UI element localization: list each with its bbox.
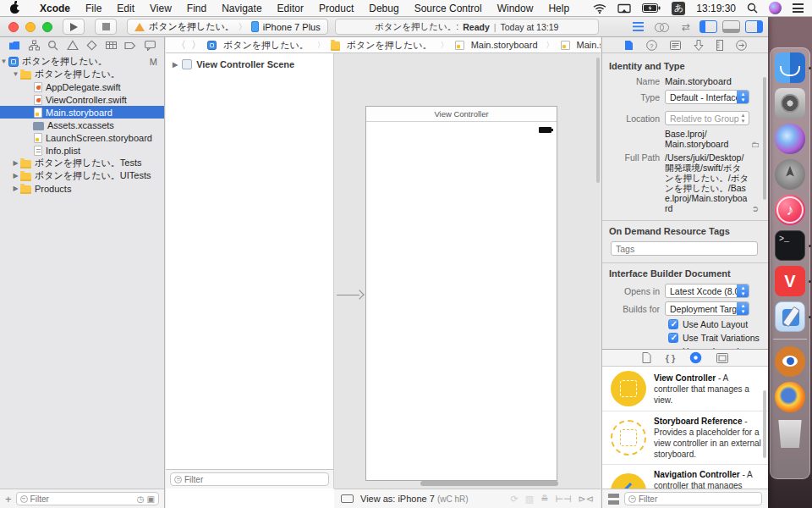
breadcrumb-group[interactable]: ボタンを押したい。 [330, 39, 448, 52]
zoom-window-button[interactable] [42, 22, 52, 32]
dock-icon-xcode[interactable] [773, 300, 807, 334]
tab-attributes-inspector[interactable] [694, 40, 704, 51]
menu-find[interactable]: Find [179, 3, 214, 14]
tree-row-group[interactable]: ▼ ボタンを押したい。 [0, 68, 164, 80]
tree-row-viewcontroller[interactable]: ViewController.swift [0, 93, 164, 106]
tree-row-assets[interactable]: Assets.xcassets [0, 119, 164, 131]
tree-row-appdelegate[interactable]: AppDelegate.swift [0, 80, 164, 93]
tab-project-navigator[interactable] [8, 40, 20, 51]
add-constraints-icon[interactable]: ⊢⊣ [555, 494, 571, 505]
menu-debug[interactable]: Debug [361, 3, 406, 14]
stop-button[interactable] [95, 19, 117, 35]
tab-debug-navigator[interactable] [106, 40, 117, 51]
tab-identity-inspector[interactable] [670, 41, 681, 50]
tree-row-infoplist[interactable]: Info.plist [0, 144, 164, 157]
tab-issue-navigator[interactable] [67, 40, 79, 51]
horizontal-scrollbar[interactable] [420, 481, 558, 486]
minimize-window-button[interactable] [25, 22, 36, 32]
standard-editor-button[interactable] [628, 20, 647, 34]
menu-editor[interactable]: Editor [270, 3, 311, 14]
tree-row-uitests[interactable]: ▶ ボタンを押したい。UITests [0, 169, 164, 182]
storyboard-canvas[interactable]: View Controller [334, 53, 601, 489]
dock-icon-trash[interactable] [773, 416, 807, 450]
add-button[interactable]: + [5, 493, 12, 505]
display-mirroring-icon[interactable] [617, 3, 631, 14]
navigator-filter-input[interactable] [30, 494, 134, 504]
tab-breakpoint-navigator[interactable] [124, 41, 136, 51]
tree-row-products[interactable]: ▶ Products [0, 182, 164, 195]
menu-source-control[interactable]: Source Control [407, 3, 490, 14]
menu-bar-clock[interactable]: 13:19:30 [696, 3, 736, 14]
input-source-icon[interactable]: あ [672, 2, 685, 15]
library-item-storyboard-reference[interactable]: Storyboard Reference - Provides a placeh… [602, 411, 768, 465]
type-dropdown[interactable]: Default - Interface Buil... ▲▼ [665, 90, 749, 104]
tags-input[interactable] [616, 244, 753, 254]
menu-window[interactable]: Window [490, 3, 541, 14]
view-controller-frame[interactable]: View Controller [365, 106, 557, 481]
spotlight-search-icon[interactable] [747, 3, 758, 14]
disclosure-closed-icon[interactable]: ▶ [12, 172, 19, 179]
disclosure-closed-icon[interactable]: ▶ [173, 61, 178, 69]
dock-icon-terminal[interactable]: >_ [773, 229, 807, 262]
checkbox-checked[interactable] [668, 319, 678, 329]
tab-report-navigator[interactable] [145, 40, 156, 51]
breadcrumb-storyboard[interactable]: Main.storyboard [453, 40, 554, 51]
auto-layout-row[interactable]: Use Auto Layout [668, 319, 761, 329]
tab-find-navigator[interactable] [47, 40, 58, 51]
disclosure-closed-icon[interactable]: ▶ [12, 185, 19, 192]
library-filter-input[interactable] [639, 494, 758, 504]
siri-menu-icon[interactable] [769, 2, 782, 14]
update-frames-icon[interactable]: ⟳ [511, 494, 518, 505]
tree-row-tests[interactable]: ▶ ボタンを押したい。Tests [0, 157, 164, 169]
toggle-debug-area-button[interactable] [722, 20, 740, 33]
resolve-autolayout-icon[interactable]: ⊳⊲ [579, 494, 594, 505]
dock-icon-itunes[interactable]: ♪ [773, 193, 807, 227]
dock-icon-siri[interactable] [773, 122, 807, 156]
library-scrollbar[interactable] [763, 390, 766, 458]
outline-filter-input[interactable] [184, 475, 325, 484]
forward-button[interactable]: 〉 [191, 38, 201, 52]
toggle-navigator-button[interactable] [700, 20, 717, 33]
menu-help[interactable]: Help [540, 3, 577, 14]
tab-symbol-navigator[interactable] [29, 40, 40, 51]
breadcrumb-storyboard-base[interactable]: Main.storyboard (Base) [559, 40, 601, 51]
notification-center-icon[interactable] [793, 3, 804, 13]
outline-filter-field[interactable] [170, 472, 329, 486]
assistant-editor-button[interactable] [652, 20, 671, 34]
source-control-filter-icon[interactable]: ▣ [147, 494, 155, 504]
opens-in-dropdown[interactable]: Latest Xcode (8.0) ▲▼ [665, 284, 749, 298]
device-configuration-icon[interactable] [341, 494, 354, 503]
reveal-arrow-icon[interactable]: ➲ [749, 204, 761, 213]
library-filter-field[interactable] [624, 492, 762, 505]
recents-clock-icon[interactable]: ◷ [137, 494, 145, 504]
disclosure-closed-icon[interactable]: ▶ [12, 159, 19, 167]
tags-field[interactable] [611, 241, 758, 256]
menu-edit[interactable]: Edit [109, 3, 142, 14]
library-item-view-controller[interactable]: View Controller - A controller that mana… [602, 367, 768, 411]
run-button[interactable] [63, 19, 85, 35]
view-controller-header[interactable]: View Controller [366, 107, 557, 122]
tree-row-launchscreen[interactable]: LaunchScreen.storyboard [0, 131, 164, 144]
tab-size-inspector[interactable] [716, 40, 723, 51]
location-dropdown[interactable]: Relative to Group ▲▼ [665, 111, 749, 125]
scene-row[interactable]: ▶ View Controller Scene [166, 53, 333, 69]
dock-icon-vivaldi[interactable]: V [773, 264, 807, 298]
navigator-filter-field[interactable]: ◷ ▣ [16, 492, 159, 505]
menu-view[interactable]: View [142, 3, 179, 14]
builds-for-dropdown[interactable]: Deployment Target (10... ▲▼ [665, 301, 749, 316]
wifi-icon[interactable] [593, 3, 606, 14]
folder-browse-icon[interactable]: 🗀 [749, 140, 761, 149]
scheme-selector[interactable]: ボタンを押したい。 〉 iPhone 7 Plus [127, 19, 328, 35]
toggle-inspector-button[interactable] [745, 20, 763, 33]
library-grid-toggle-icon[interactable] [608, 494, 619, 505]
name-value[interactable]: Main.storyboard [665, 76, 732, 86]
menu-xcode[interactable]: Xcode [32, 3, 78, 14]
vertical-scrollbar[interactable] [596, 58, 600, 183]
back-button[interactable]: 〈 [176, 38, 186, 52]
trait-variations-row[interactable]: Use Trait Variations [668, 333, 761, 343]
tab-object-library[interactable] [689, 351, 702, 364]
dock-icon-finder[interactable] [773, 51, 807, 85]
disclosure-open-icon[interactable]: ▼ [12, 70, 19, 78]
embed-in-stack-icon[interactable]: ▥ [525, 494, 534, 505]
tab-quick-help[interactable]: ? [646, 40, 657, 51]
